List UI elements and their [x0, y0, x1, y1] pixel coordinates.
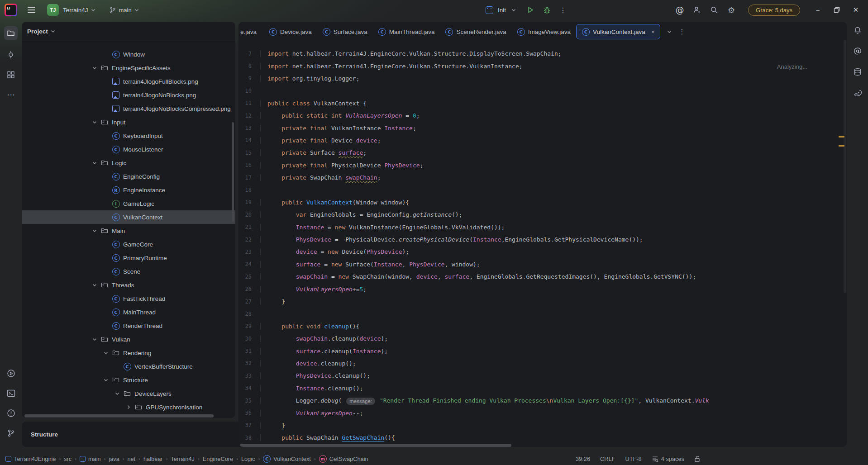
window-minimize-button[interactable]: – — [810, 3, 825, 17]
tab-list-chevron-icon[interactable] — [667, 29, 672, 34]
line-number[interactable]: 30 — [238, 336, 260, 342]
terminal-tool-icon[interactable] — [4, 386, 18, 400]
caret-position[interactable]: 39:26 — [576, 456, 590, 462]
chevron-down-icon[interactable] — [511, 7, 516, 13]
code-line[interactable]: 36 VulkanLayersOpen--; — [238, 407, 847, 419]
tree-vertical-scrollbar[interactable] — [232, 122, 234, 222]
line-number[interactable]: 23 — [238, 249, 260, 255]
code-line[interactable]: 27 } — [238, 295, 847, 308]
tab-scenerender-java[interactable]: CSceneRender.java — [440, 24, 511, 39]
tab-mainthread-java[interactable]: CMainThread.java — [373, 24, 440, 39]
project-panel-header[interactable]: Project — [22, 22, 235, 41]
warning-stripe-mark[interactable] — [839, 145, 844, 147]
project-name[interactable]: Terrain4J — [63, 7, 88, 14]
debug-button[interactable] — [540, 3, 553, 17]
chevron-right-icon[interactable] — [124, 403, 133, 411]
line-number[interactable]: 12 — [238, 113, 260, 119]
chevron-down-icon[interactable] — [91, 118, 99, 126]
vcs-branch-widget[interactable]: main — [110, 7, 139, 14]
line-number[interactable]: 26 — [238, 286, 260, 292]
tree-row-keyboardinput[interactable]: CKeyboardInput — [22, 129, 235, 142]
tree-row-terrain4jlogonoblockscompressed-png[interactable]: terrain4JlogoNoBlocksCompressed.png — [22, 102, 235, 115]
code-line[interactable]: 22 PhysDevice = PhysicalDevice.createPhy… — [238, 233, 847, 246]
code-line[interactable]: 34 Instance.cleanup(); — [238, 382, 847, 394]
license-badge[interactable]: Grace: 5 days — [748, 5, 800, 16]
line-number[interactable]: 35 — [238, 398, 260, 404]
chevron-down-icon[interactable] — [91, 335, 99, 343]
code-line[interactable]: 12 public static int VulkanLayersOpen = … — [238, 109, 847, 122]
code-line[interactable]: 33 PhysDevice.cleanup(); — [238, 370, 847, 382]
tree-row-gamelogic[interactable]: IGameLogic — [22, 197, 235, 210]
tree-row-rendering[interactable]: Rendering — [22, 346, 235, 360]
line-number[interactable]: 8 — [238, 63, 260, 69]
structure-panel[interactable]: Structure — [22, 422, 244, 447]
code-line[interactable]: 37 } — [238, 419, 847, 432]
chevron-down-icon[interactable] — [113, 389, 121, 398]
line-number[interactable]: 28 — [238, 311, 260, 317]
code-line[interactable]: 19 public VulkanContext(Window window){ — [238, 196, 847, 209]
breadcrumb-getswapchain[interactable]: mGetSwapChain — [319, 455, 368, 463]
code-line[interactable]: 24 surface = new Surface(Instance, PhysD… — [238, 258, 847, 270]
tree-row-structure[interactable]: Structure — [22, 373, 235, 387]
editor-vertical-scrollbar[interactable] — [844, 40, 846, 293]
run-button[interactable] — [524, 3, 537, 17]
code-line[interactable]: 16 private final PhysicalDevice PhysDevi… — [238, 159, 847, 171]
tab-options-icon[interactable]: ⋮ — [678, 28, 685, 36]
line-number[interactable]: 33 — [238, 373, 260, 379]
database-tool-icon[interactable] — [851, 65, 864, 79]
file-encoding[interactable]: UTF-8 — [625, 456, 641, 462]
chevron-down-icon[interactable] — [91, 227, 99, 235]
notifications-bell-icon[interactable] — [851, 24, 864, 37]
line-number[interactable]: 32 — [238, 360, 260, 366]
breadcrumb-java[interactable]: java — [109, 456, 119, 462]
code-line[interactable]: 21 Instance = new VulkanInstance(EngineG… — [238, 221, 847, 233]
line-number[interactable]: 7 — [238, 51, 260, 57]
code-line[interactable]: 31 surface.cleanup(Instance); — [238, 345, 847, 357]
problems-tool-icon[interactable] — [4, 406, 18, 420]
tab-vulkancontext-java[interactable]: CVulkanContext.java× — [576, 24, 660, 39]
code-editor[interactable]: 7import net.halbear.Terrain4J.EngineCore… — [238, 47, 847, 447]
warning-stripe-mark[interactable] — [839, 136, 844, 138]
line-number[interactable]: 24 — [238, 261, 260, 267]
line-number[interactable]: 38 — [238, 435, 260, 441]
code-line[interactable]: 28 — [238, 308, 847, 320]
chevron-down-icon[interactable] — [91, 64, 99, 72]
line-number[interactable]: 21 — [238, 224, 260, 230]
line-number[interactable]: 14 — [238, 137, 260, 143]
line-number[interactable]: 10 — [238, 88, 260, 94]
tree-row-vulkancontext[interactable]: CVulkanContext — [22, 210, 235, 224]
breadcrumb-enginecore[interactable]: EngineCore — [203, 456, 234, 462]
more-actions-button[interactable]: ⋮ — [556, 3, 570, 17]
tree-row-mouselistener[interactable]: CMouseListener — [22, 142, 235, 156]
code-line[interactable]: 15 private Surface surface; — [238, 147, 847, 159]
line-number[interactable]: 15 — [238, 150, 260, 156]
code-line[interactable]: 23 device = new Device(PhysDevice); — [238, 246, 847, 258]
line-number[interactable]: 27 — [238, 299, 260, 305]
line-number[interactable]: 36 — [238, 410, 260, 416]
window-restore-button[interactable] — [829, 3, 844, 17]
search-icon[interactable] — [707, 3, 721, 17]
tab-e-java[interactable]: e.java — [239, 24, 262, 39]
tree-row-devicelayers[interactable]: DeviceLayers — [22, 387, 235, 400]
code-line[interactable]: 11public class VulkanContext { — [238, 97, 847, 109]
ai-assistant-tool-icon[interactable] — [851, 44, 864, 58]
code-line[interactable]: 30 swapChain.cleanup(device); — [238, 332, 847, 345]
close-icon[interactable]: × — [651, 28, 655, 35]
line-number[interactable]: 34 — [238, 385, 260, 391]
breadcrumb-terrain4jengine[interactable]: Terrain4JEngine — [5, 456, 56, 462]
line-number[interactable]: 13 — [238, 125, 260, 131]
breadcrumb-logic[interactable]: Logic — [241, 456, 255, 462]
code-line[interactable]: 26 VulkanLayersOpen+=5; — [238, 283, 847, 295]
tree-row-scene[interactable]: CScene — [22, 265, 235, 278]
code-line[interactable]: 20 var EngineGlobals = EngineConfig.getI… — [238, 209, 847, 221]
version-control-tool-icon[interactable] — [4, 426, 18, 440]
tree-row-engineinstance[interactable]: REngineInstance — [22, 183, 235, 197]
line-number[interactable]: 11 — [238, 100, 260, 106]
tree-row-mainthread[interactable]: CMainThread — [22, 305, 235, 319]
ai-assistant-icon[interactable]: @ — [673, 3, 687, 17]
code-line[interactable]: 38 public SwapChain GetSwapChain(){ — [238, 432, 847, 444]
code-line[interactable]: 14 private final Device device; — [238, 134, 847, 147]
tree-row-renderthread[interactable]: CRenderThread — [22, 319, 235, 332]
breadcrumb-halbear[interactable]: halbear — [143, 456, 163, 462]
line-number[interactable]: 22 — [238, 237, 260, 243]
